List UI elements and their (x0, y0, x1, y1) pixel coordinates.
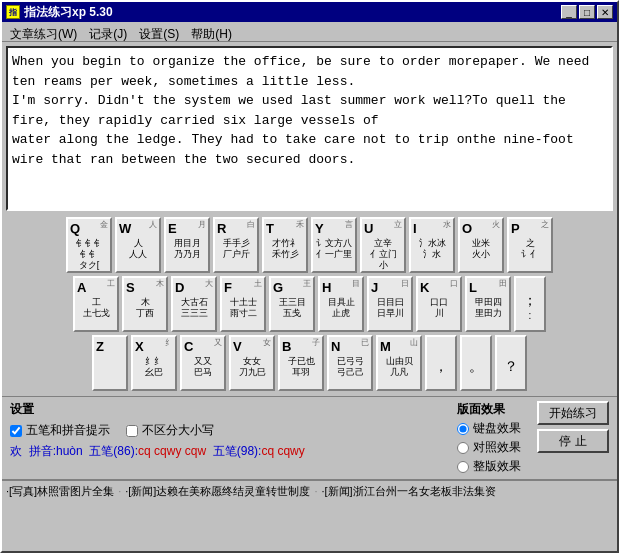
key-semicolon[interactable]: ； : (514, 276, 546, 332)
radio-keyboard: 键盘效果 (457, 420, 521, 437)
key-l[interactable]: L田 甲田四里田力 (465, 276, 511, 332)
app-icon: 指 (6, 5, 20, 19)
buttons-area: 开始练习 停 止 (537, 401, 609, 453)
radio-full: 整版效果 (457, 458, 521, 475)
start-button[interactable]: 开始练习 (537, 401, 609, 425)
status-item-2: ·[新闻]达赖在美称愿终结灵童转世制度 (125, 484, 310, 499)
status-bar: ·[写真]林照雷图片全集 · ·[新闻]达赖在美称愿终结灵童转世制度 · ·[新… (2, 479, 617, 501)
key-d[interactable]: D大 大古石三三三 (171, 276, 217, 332)
effects-label: 版面效果 (457, 401, 521, 418)
status-divider-1: · (118, 485, 121, 497)
maximize-button[interactable]: □ (579, 5, 595, 19)
checkboxes-area: 设置 五笔和拼音提示 不区分大小写 欢 拼音:huòn 五笔(86):cq cq… (10, 401, 441, 460)
status-item-1: ·[写真]林照雷图片全集 (6, 484, 114, 499)
key-y[interactable]: Y言 讠文方八亻一广里 (311, 217, 357, 273)
text-display-area: When you begin to organize the office, b… (6, 46, 613, 211)
menu-record[interactable]: 记录(J) (83, 24, 133, 41)
stop-button[interactable]: 停 止 (537, 429, 609, 453)
title-controls: _ □ ✕ (561, 5, 613, 19)
title-bar: 指 指法练习xp 5.30 _ □ ✕ (2, 2, 617, 22)
key-h[interactable]: H目 目具止止虎 (318, 276, 364, 332)
keyboard-row-1: Q金 钅钅钅钅钅タク[ W人 人人人 E月 用目月乃乃月 R白 手手彡厂户斤 T… (6, 217, 613, 273)
radio-keyboard-input[interactable] (457, 423, 469, 435)
key-question[interactable]: ？ (495, 335, 527, 391)
key-q[interactable]: Q金 钅钅钅钅钅タク[ (66, 217, 112, 273)
main-window: 指 指法练习xp 5.30 _ □ ✕ 文章练习(W) 记录(J) 设置(S) … (0, 0, 619, 553)
radio-full-input[interactable] (457, 461, 469, 473)
practice-text: When you begin to organize the office, b… (12, 52, 607, 169)
radio-effects-area: 版面效果 键盘效果 对照效果 整版效果 (457, 401, 521, 475)
radio-contrast-label: 对照效果 (473, 439, 521, 456)
checkbox1-group: 五笔和拼音提示 (10, 422, 110, 439)
status-divider-2: · (314, 485, 317, 497)
keyboard-row-3: Z X纟 纟纟幺巴 C又 又又巴马 V女 女女刀九巳 B子 子已也耳羽 N已 已… (6, 335, 613, 391)
key-comma[interactable]: ， (425, 335, 457, 391)
key-c[interactable]: C又 又又巴马 (180, 335, 226, 391)
key-b[interactable]: B子 子已也耳羽 (278, 335, 324, 391)
radio-contrast: 对照效果 (457, 439, 521, 456)
key-v[interactable]: V女 女女刀九巳 (229, 335, 275, 391)
close-button[interactable]: ✕ (597, 5, 613, 19)
bottom-panel: 设置 五笔和拼音提示 不区分大小写 欢 拼音:huòn 五笔(86):cq cq… (10, 401, 609, 475)
input-line: 欢 拼音:huòn 五笔(86):cq cqwy cqw 五笔(98):cq c… (10, 443, 441, 460)
key-o[interactable]: O火 业米火小 (458, 217, 504, 273)
status-item-3: ·[新闻]浙江台州一名女老板非法集资 (321, 484, 495, 499)
menu-settings[interactable]: 设置(S) (133, 24, 185, 41)
key-e[interactable]: E月 用目月乃乃月 (164, 217, 210, 273)
checkbox-wubi[interactable] (10, 425, 22, 437)
radio-keyboard-label: 键盘效果 (473, 420, 521, 437)
keyboard-section: Q金 钅钅钅钅钅タク[ W人 人人人 E月 用目月乃乃月 R白 手手彡厂户斤 T… (2, 215, 617, 396)
key-p[interactable]: P之 之讠亻 (507, 217, 553, 273)
checkbox-row: 五笔和拼音提示 不区分大小写 (10, 422, 441, 439)
key-g[interactable]: G王 王三目五戋 (269, 276, 315, 332)
radio-full-label: 整版效果 (473, 458, 521, 475)
key-period[interactable]: 。 (460, 335, 492, 391)
settings-label-row: 设置 (10, 401, 441, 418)
key-s[interactable]: S木 木丁西 (122, 276, 168, 332)
key-m[interactable]: M山 山由贝几凡 (376, 335, 422, 391)
key-j[interactable]: J日 日目曰日早川 (367, 276, 413, 332)
title-bar-left: 指 指法练习xp 5.30 (6, 4, 113, 21)
key-r[interactable]: R白 手手彡厂户斤 (213, 217, 259, 273)
key-f[interactable]: F土 十土士雨寸二 (220, 276, 266, 332)
radio-contrast-input[interactable] (457, 442, 469, 454)
checkbox-case[interactable] (126, 425, 138, 437)
key-z[interactable]: Z (92, 335, 128, 391)
minimize-button[interactable]: _ (561, 5, 577, 19)
settings-section: 设置 五笔和拼音提示 不区分大小写 欢 拼音:huòn 五笔(86):cq cq… (2, 396, 617, 479)
window-title: 指法练习xp 5.30 (24, 4, 113, 21)
key-w[interactable]: W人 人人人 (115, 217, 161, 273)
key-u[interactable]: U立 立辛亻立门小 (360, 217, 406, 273)
settings-label: 设置 (10, 401, 34, 418)
key-i[interactable]: I水 氵水冰氵水 (409, 217, 455, 273)
key-t[interactable]: T禾 才竹礻禾竹彡 (262, 217, 308, 273)
checkbox1-label: 五笔和拼音提示 (26, 422, 110, 439)
input-text: 欢 拼音:huòn 五笔(86):cq cqwy cqw 五笔(98):cq c… (10, 444, 305, 458)
menu-article[interactable]: 文章练习(W) (4, 24, 83, 41)
key-a[interactable]: A工 工土七戈 (73, 276, 119, 332)
menu-help[interactable]: 帮助(H) (185, 24, 238, 41)
key-n[interactable]: N已 已弓弓弓己己 (327, 335, 373, 391)
key-x[interactable]: X纟 纟纟幺巴 (131, 335, 177, 391)
menu-bar: 文章练习(W) 记录(J) 设置(S) 帮助(H) (2, 22, 617, 42)
key-k[interactable]: K口 口口川 (416, 276, 462, 332)
checkbox2-label: 不区分大小写 (142, 422, 214, 439)
keyboard-row-2: A工 工土七戈 S木 木丁西 D大 大古石三三三 F土 十土士雨寸二 G王 王三… (6, 276, 613, 332)
checkbox2-group: 不区分大小写 (126, 422, 214, 439)
